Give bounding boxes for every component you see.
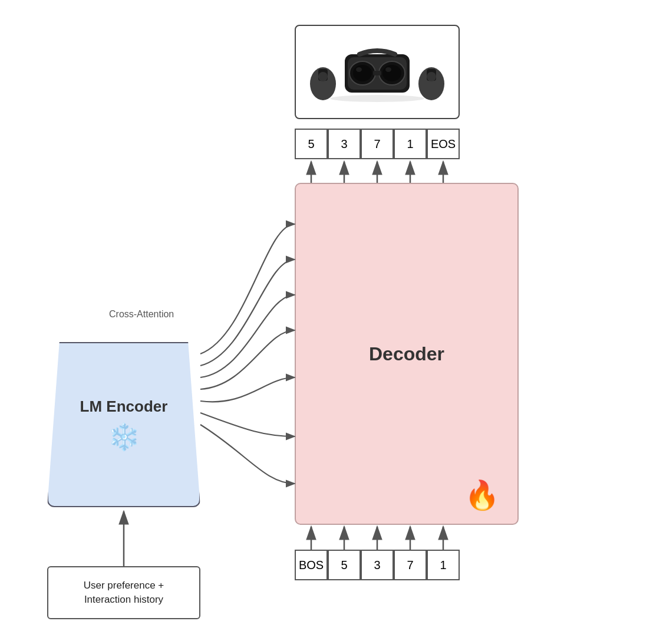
cross-attention-label: Cross-Attention	[109, 309, 174, 320]
input-token-row: BOS 5 3 7 1	[295, 550, 460, 580]
svg-point-2	[318, 72, 328, 81]
output-token-7: 7	[361, 129, 394, 159]
encoder-label: LM Encoder	[80, 397, 168, 416]
svg-rect-11	[373, 71, 381, 75]
fire-icon: 🔥	[464, 479, 500, 512]
user-input-text: User preference +Interaction history	[84, 579, 164, 607]
input-token-3: 3	[361, 550, 394, 580]
svg-point-10	[385, 67, 391, 72]
svg-point-7	[356, 67, 362, 72]
svg-point-15	[427, 72, 436, 81]
vr-headset-box	[295, 25, 460, 119]
output-token-1: 1	[394, 129, 427, 159]
svg-point-6	[353, 65, 372, 81]
input-token-5: 5	[328, 550, 361, 580]
input-token-7: 7	[394, 550, 427, 580]
input-token-1: 1	[427, 550, 460, 580]
encoder-block: LM Encoder ❄️	[47, 342, 200, 507]
output-token-row: 5 3 7 1 EOS	[295, 129, 460, 159]
output-token-5: 5	[295, 129, 328, 159]
input-token-bos: BOS	[295, 550, 328, 580]
output-token-eos: EOS	[427, 129, 460, 159]
output-token-3: 3	[328, 129, 361, 159]
decoder-block: Decoder 🔥	[295, 183, 519, 525]
decoder-label: Decoder	[369, 343, 444, 365]
user-input-box: User preference +Interaction history	[47, 566, 200, 619]
diagram-container: 5 3 7 1 EOS Decoder 🔥 BOS 5 3 7 1 LM Enc…	[0, 0, 653, 644]
snowflake-icon: ❄️	[108, 422, 140, 452]
svg-point-9	[382, 65, 401, 81]
svg-point-12	[330, 95, 424, 102]
